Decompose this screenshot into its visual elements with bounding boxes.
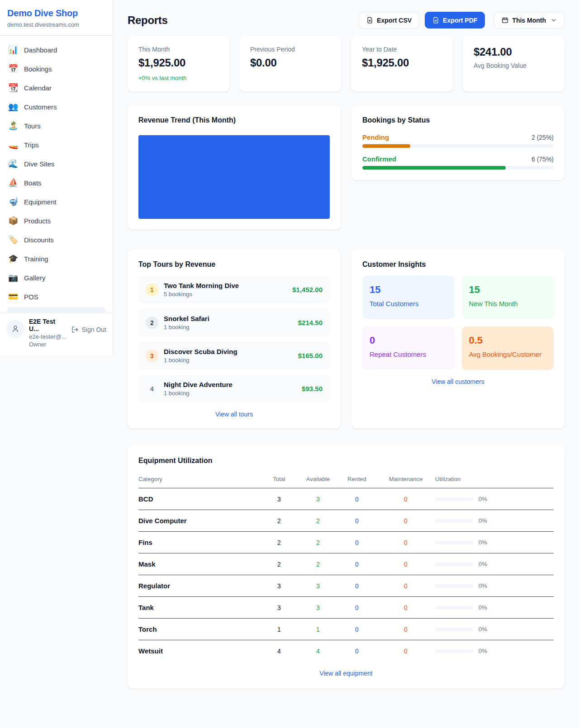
- sidebar-item-label: Equipment: [24, 198, 57, 206]
- cell-category: Wetsuit: [138, 647, 260, 655]
- column-header-category: Category: [138, 476, 260, 482]
- sidebar-item-label: Bookings: [24, 65, 52, 73]
- tile-value: 15: [370, 284, 447, 296]
- chevron-down-icon: [551, 17, 557, 24]
- revenue-trend-title: Revenue Trend (This Month): [138, 116, 330, 124]
- tag-icon: 🏷️: [8, 235, 18, 245]
- sidebar-item-label: Customers: [24, 103, 57, 111]
- sidebar-item-gallery[interactable]: 📷 Gallery: [4, 268, 109, 287]
- insight-tiles: 15 Total Customers 15 New This Month 0 R…: [362, 276, 554, 370]
- sidebar-item-label: Dashboard: [24, 46, 57, 54]
- tour-amount: $165.00: [298, 352, 323, 359]
- sidebar-item-selected-partial[interactable]: [7, 307, 105, 312]
- utilization-bar-track: [435, 563, 473, 566]
- cell-available: 1: [299, 626, 337, 633]
- stat-label: Previous Period: [250, 46, 330, 53]
- page-header: Reports Export CSV Export PDF: [128, 12, 565, 28]
- table-row: Regulator 3 3 0 0 0%: [138, 575, 554, 597]
- bookings-by-status-card: Bookings by Status Pending 2 (25%) Confi…: [351, 105, 565, 180]
- cell-available: 2: [299, 517, 337, 525]
- table-row: Dive Computer 2 2 0 0 0%: [138, 510, 554, 532]
- sidebar-item-equipment[interactable]: 🤿 Equipment: [4, 192, 109, 211]
- calendar-icon: 📆: [8, 83, 18, 93]
- export-pdf-label: Export PDF: [443, 17, 477, 24]
- sidebar-nav: 📊 Dashboard 📅 Bookings 📆 Calendar 👥 Cust…: [0, 36, 113, 312]
- sidebar-item-calendar[interactable]: 📆 Calendar: [4, 78, 109, 97]
- sidebar-item-trips[interactable]: 🚤 Trips: [4, 135, 109, 154]
- logout-icon: [71, 326, 79, 333]
- sidebar-item-discounts[interactable]: 🏷️ Discounts: [4, 230, 109, 249]
- cell-utilization: 0%: [435, 517, 554, 524]
- table-row: Wetsuit 4 4 0 0 0%: [138, 640, 554, 662]
- stat-value: $241.00: [474, 46, 554, 58]
- sidebar-item-label: Boats: [24, 179, 41, 187]
- tour-row: 4 Night Dive Adventure 1 booking $93.50: [138, 375, 330, 402]
- view-all-equipment-link[interactable]: View all equipment: [138, 670, 554, 677]
- trips-speedboat-icon: 🚤: [8, 140, 18, 150]
- sidebar-item-bookings[interactable]: 📅 Bookings: [4, 59, 109, 78]
- tour-name: Night Dive Adventure: [164, 381, 296, 388]
- cell-available: 4: [299, 648, 337, 655]
- status-label: Pending: [362, 133, 389, 141]
- sidebar-item-tours[interactable]: 🏝️ Tours: [4, 116, 109, 135]
- period-label: This Month: [512, 17, 546, 24]
- view-all-tours-link[interactable]: View all tours: [138, 411, 330, 418]
- user-name: E2E Test U...: [29, 318, 67, 332]
- view-all-customers-link[interactable]: View all customers: [362, 378, 554, 385]
- customers-people-icon: 👥: [8, 102, 18, 112]
- cell-utilization: 0%: [435, 496, 554, 502]
- status-row-confirmed: Confirmed 6 (75%): [362, 155, 554, 170]
- top-tours-card: Top Tours by Revenue 1 Two Tank Morning …: [128, 250, 341, 429]
- tour-amount: $1,452.00: [292, 286, 323, 293]
- stat-card-this-month: This Month $1,925.00 +0% vs last month: [128, 36, 229, 92]
- cell-available: 3: [299, 604, 337, 611]
- shop-name: Demo Dive Shop: [7, 8, 105, 19]
- table-row: Mask 2 2 0 0 0%: [138, 553, 554, 575]
- sidebar-header: Demo Dive Shop demo.test.divestreams.com: [0, 0, 113, 36]
- user-email: e2e-tester@...: [29, 333, 67, 340]
- table-body: BCD 3 3 0 0 0% Dive Computer 2 2: [138, 488, 554, 662]
- sidebar-item-customers[interactable]: 👥 Customers: [4, 97, 109, 116]
- insight-tile-new-this-month: 15 New This Month: [462, 276, 554, 319]
- period-dropdown[interactable]: This Month: [494, 12, 565, 28]
- cell-maintenance: 0: [376, 626, 435, 633]
- status-bar-fill: [362, 166, 506, 170]
- sidebar-item-pos[interactable]: 💳 POS: [4, 287, 109, 306]
- customer-insights-card: Customer Insights 15 Total Customers 15 …: [351, 250, 565, 429]
- cell-maintenance: 0: [376, 604, 435, 611]
- sidebar-item-label: Training: [24, 255, 48, 263]
- utilization-bar-track: [435, 649, 473, 653]
- sidebar-item-label: Calendar: [24, 84, 52, 92]
- tile-value: 15: [469, 284, 547, 296]
- camera-icon: 📷: [8, 273, 18, 283]
- sidebar-item-boats[interactable]: ⛵ Boats: [4, 173, 109, 192]
- cell-category: BCD: [138, 495, 260, 503]
- export-pdf-button[interactable]: Export PDF: [425, 12, 485, 28]
- utilization-percent: 0%: [479, 496, 487, 502]
- cell-available: 2: [299, 539, 337, 546]
- sidebar-item-training[interactable]: 🎓 Training: [4, 249, 109, 268]
- tile-label: Repeat Customers: [370, 350, 447, 358]
- dashboard-chart-icon: 📊: [8, 45, 18, 55]
- column-header-available: Available: [299, 476, 337, 482]
- tour-bookings: 1 booking: [164, 324, 293, 331]
- cell-maintenance: 0: [376, 582, 435, 590]
- equipment-utilization-card: Equipment Utilization Category Total Ava…: [128, 445, 565, 689]
- export-csv-button[interactable]: Export CSV: [359, 12, 419, 28]
- sidebar-item-products[interactable]: 📦 Products: [4, 211, 109, 230]
- sidebar-item-dashboard[interactable]: 📊 Dashboard: [4, 40, 109, 59]
- utilization-percent: 0%: [479, 604, 487, 611]
- sidebar-item-label: Tours: [24, 122, 41, 130]
- tour-name: Two Tank Morning Dive: [164, 282, 287, 289]
- graduation-cap-icon: 🎓: [8, 254, 18, 264]
- stat-delta: +0% vs last month: [138, 75, 218, 81]
- cell-available: 3: [299, 582, 337, 590]
- file-download-icon: [432, 17, 439, 24]
- sidebar-item-dive-sites[interactable]: 🌊 Dive Sites: [4, 154, 109, 173]
- status-label: Confirmed: [362, 155, 396, 163]
- sign-out-button[interactable]: Sign Out: [71, 326, 106, 333]
- tour-bookings: 1 booking: [164, 390, 296, 397]
- sidebar: Demo Dive Shop demo.test.divestreams.com…: [0, 0, 113, 355]
- cell-category: Fins: [138, 539, 260, 546]
- stat-card-previous-period: Previous Period $0.00: [239, 36, 341, 92]
